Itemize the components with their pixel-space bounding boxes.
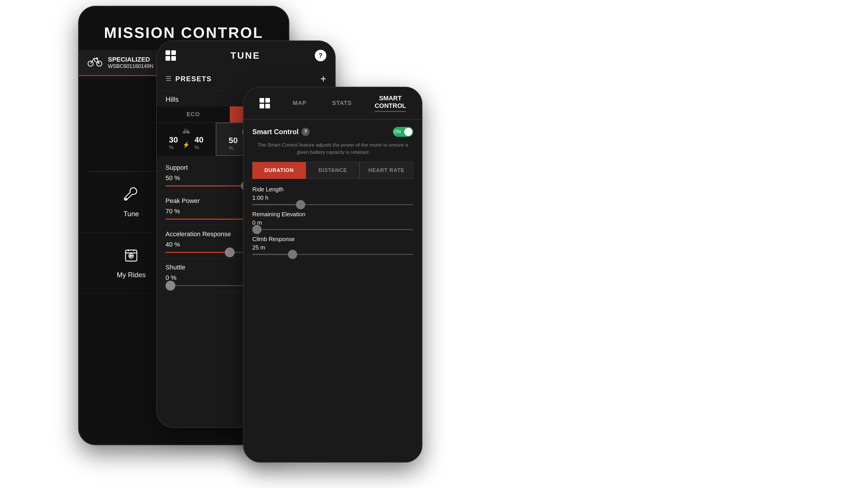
remaining-elevation-row: Remaining Elevation 0 m bbox=[252, 211, 413, 230]
grid-icon[interactable] bbox=[165, 50, 176, 61]
smart-control-toggle-row: Smart Control ? ON bbox=[252, 127, 413, 137]
add-preset-button[interactable]: + bbox=[320, 73, 327, 85]
mode-tab-distance[interactable]: DISTANCE bbox=[306, 162, 359, 179]
nav-stats[interactable]: STATS bbox=[329, 97, 355, 109]
ride-length-row: Ride Length 1:00 h bbox=[252, 186, 413, 205]
remaining-elevation-value: 0 m bbox=[252, 220, 413, 226]
ride-length-fill bbox=[252, 204, 301, 205]
svg-marker-12 bbox=[130, 255, 132, 257]
remaining-elevation-label: Remaining Elevation bbox=[252, 211, 413, 218]
accel-response-thumb[interactable] bbox=[225, 248, 235, 257]
mode-tab-heart-rate[interactable]: HEART RATE bbox=[360, 162, 413, 179]
toggle-on-label: ON bbox=[394, 129, 401, 134]
my-rides-label: My Rides bbox=[117, 271, 146, 279]
tab-eco[interactable]: ECO bbox=[157, 106, 230, 122]
ride-length-label: Ride Length bbox=[252, 186, 413, 193]
svg-point-8 bbox=[126, 198, 127, 199]
bike-icon bbox=[88, 56, 102, 69]
ride-length-track[interactable] bbox=[252, 204, 413, 205]
remaining-elevation-track[interactable] bbox=[252, 229, 413, 230]
mode-tab-duration[interactable]: DURATION bbox=[252, 162, 306, 179]
svg-point-2 bbox=[96, 58, 97, 59]
preset-eco[interactable]: 🚲 30 % ⚡ 40 % bbox=[157, 123, 216, 156]
eco-bike-icon: 🚲 bbox=[182, 127, 190, 134]
smart-header: MAP STATS SMARTCONTROL bbox=[244, 87, 422, 120]
support-fill bbox=[165, 185, 246, 187]
ride-length-thumb[interactable] bbox=[296, 200, 305, 209]
eco-power: 40 bbox=[194, 135, 204, 144]
wrench-icon bbox=[123, 186, 139, 205]
tune-header: TUNE ? bbox=[157, 41, 335, 67]
presets-label: ☰ PRESETS bbox=[165, 75, 212, 83]
mode-tabs: DURATION DISTANCE HEART RATE bbox=[252, 162, 413, 179]
climb-response-value: 25 m bbox=[252, 244, 413, 251]
climb-response-thumb[interactable] bbox=[288, 250, 297, 259]
accel-response-fill bbox=[165, 252, 230, 253]
smart-control-section: Smart Control ? ON The Smart Control fea… bbox=[244, 120, 422, 268]
shuttle-thumb[interactable] bbox=[165, 281, 175, 291]
toggle-knob bbox=[404, 128, 412, 136]
nav-smart-control[interactable]: SMARTCONTROL bbox=[375, 95, 406, 112]
tune-title: TUNE bbox=[230, 50, 260, 61]
tune-label: Tune bbox=[124, 210, 139, 218]
eco-support: 30 bbox=[169, 135, 178, 144]
smart-control-description: The Smart Control feature adjusts the po… bbox=[252, 141, 413, 156]
help-button[interactable]: ? bbox=[315, 50, 327, 61]
trail-support: 50 bbox=[228, 136, 238, 145]
remaining-elevation-thumb[interactable] bbox=[252, 225, 261, 234]
nav-map[interactable]: MAP bbox=[290, 97, 309, 109]
smart-control-label: Smart Control ? bbox=[252, 128, 310, 136]
climb-response-label: Climb Response bbox=[252, 236, 413, 242]
smart-grid-icon[interactable] bbox=[259, 98, 270, 108]
climb-response-track[interactable] bbox=[252, 254, 413, 255]
mission-title: MISSION CONTROL bbox=[91, 24, 277, 41]
climb-response-row: Climb Response 25 m bbox=[252, 236, 413, 255]
smart-control-phone: MAP STATS SMARTCONTROL Smart Control ? O… bbox=[243, 87, 423, 462]
smart-control-info[interactable]: ? bbox=[302, 128, 310, 136]
ride-length-value: 1:00 h bbox=[252, 195, 413, 201]
climb-response-fill bbox=[252, 254, 292, 255]
rides-icon bbox=[123, 247, 139, 266]
list-icon: ☰ bbox=[165, 75, 172, 83]
smart-control-toggle[interactable]: ON bbox=[393, 127, 413, 137]
